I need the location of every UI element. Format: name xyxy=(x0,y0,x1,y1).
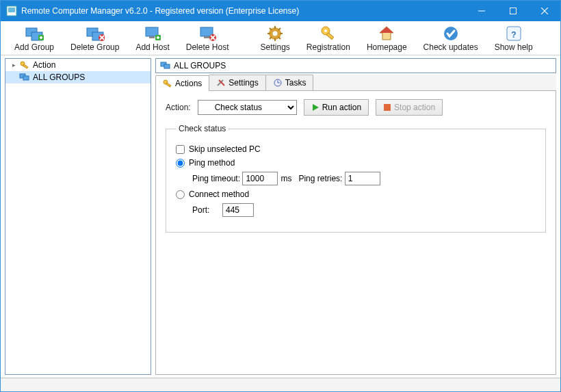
button-label: Stop action xyxy=(394,103,435,112)
toolbar-label: Check updates xyxy=(423,42,478,52)
tree-item-all-groups[interactable]: ALL GROUPS xyxy=(5,71,151,83)
svg-line-34 xyxy=(278,28,280,30)
group-icon xyxy=(19,73,30,82)
delete-host-button[interactable]: Delete Host xyxy=(178,23,237,53)
tab-tasks[interactable]: Tasks xyxy=(265,75,314,90)
tree-label: Action xyxy=(33,60,55,70)
ping-timeout-label: Ping timeout: xyxy=(192,174,240,183)
content-header-title: ALL GROUPS xyxy=(174,61,226,70)
content-header: ALL GROUPS xyxy=(155,58,556,73)
svg-marker-40 xyxy=(380,27,393,33)
delete-group-icon xyxy=(86,25,105,42)
radio-label: Connect method xyxy=(189,190,249,199)
key-icon xyxy=(163,79,172,88)
tab-label: Actions xyxy=(175,79,202,88)
svg-line-33 xyxy=(278,37,280,39)
check-status-group: Check status Skip unselected PC Ping met… xyxy=(166,124,546,233)
tab-settings[interactable]: Settings xyxy=(209,75,265,90)
port-label: Port: xyxy=(192,205,222,215)
add-host-icon xyxy=(143,25,162,42)
title-bar: Remote Computer Manager v6.2.0 - Registe… xyxy=(1,1,560,21)
navigation-tree: Action ALL GROUPS xyxy=(5,58,151,375)
home-icon xyxy=(377,25,396,42)
svg-text:?: ? xyxy=(511,30,516,40)
svg-rect-49 xyxy=(164,64,170,68)
svg-point-37 xyxy=(324,29,327,32)
skip-unselected-checkbox[interactable] xyxy=(176,145,185,154)
tab-panel-actions: Action: Check status Run action Stop act… xyxy=(155,91,556,375)
toolbar-label: Registration xyxy=(306,42,350,52)
delete-host-icon xyxy=(198,25,217,42)
group-legend: Check status xyxy=(176,124,229,133)
toolbar-label: Settings xyxy=(260,42,289,52)
svg-rect-22 xyxy=(204,36,209,38)
toolbar-label: Show help xyxy=(495,42,533,52)
toolbar-label: Homepage xyxy=(367,42,407,52)
help-icon: ? xyxy=(504,25,523,42)
svg-rect-45 xyxy=(23,64,28,68)
delete-group-button[interactable]: Delete Group xyxy=(62,23,127,53)
play-icon xyxy=(311,103,319,112)
check-updates-icon xyxy=(441,25,460,42)
group-icon xyxy=(160,62,171,70)
svg-rect-38 xyxy=(326,33,333,39)
window-title: Remote Computer Manager v6.2.0 - Registe… xyxy=(21,6,466,16)
key-icon xyxy=(19,60,30,70)
checkbox-label: Skip unselected PC xyxy=(189,144,261,154)
show-help-button[interactable]: ? Show help xyxy=(486,23,541,53)
clock-icon xyxy=(273,79,283,87)
action-label: Action: xyxy=(166,103,191,112)
stop-action-button: Stop action xyxy=(376,99,443,116)
svg-rect-17 xyxy=(149,36,155,38)
toolbar-label: Add Group xyxy=(14,42,54,52)
add-host-button[interactable]: Add Host xyxy=(127,23,177,53)
svg-point-27 xyxy=(273,31,278,36)
add-group-button[interactable]: Add Group xyxy=(6,23,62,53)
main-toolbar: Add Group Delete Group Add Host Delete H… xyxy=(1,21,560,55)
ping-retries-input[interactable] xyxy=(345,172,380,185)
tab-actions[interactable]: Actions xyxy=(155,75,209,91)
key-icon xyxy=(319,25,338,42)
svg-marker-59 xyxy=(313,104,319,111)
toolbar-label: Add Host xyxy=(135,42,169,52)
button-label: Run action xyxy=(322,103,361,112)
connect-method-radio[interactable] xyxy=(176,190,185,199)
svg-rect-47 xyxy=(23,76,29,80)
ms-label: ms xyxy=(280,174,291,183)
svg-line-32 xyxy=(270,28,272,30)
tab-label: Settings xyxy=(229,78,258,88)
run-action-button[interactable]: Run action xyxy=(304,99,369,116)
registration-button[interactable]: Registration xyxy=(298,23,358,53)
add-group-icon xyxy=(25,25,44,42)
svg-rect-60 xyxy=(384,104,391,111)
tree-label: ALL GROUPS xyxy=(33,73,85,82)
maximize-button[interactable] xyxy=(497,1,529,21)
tab-label: Tasks xyxy=(285,78,306,88)
app-icon xyxy=(6,5,17,16)
ping-retries-label: Ping retries: xyxy=(298,174,342,183)
minimize-button[interactable] xyxy=(466,1,497,21)
port-input[interactable] xyxy=(222,203,254,217)
ping-method-radio[interactable] xyxy=(176,159,185,168)
close-button[interactable] xyxy=(529,1,560,21)
ping-timeout-input[interactable] xyxy=(242,172,278,185)
toolbar-label: Delete Host xyxy=(186,42,229,52)
tab-bar: Actions Settings Tasks xyxy=(155,75,556,91)
settings-button[interactable]: Settings xyxy=(252,23,298,53)
tools-icon xyxy=(216,79,226,87)
check-updates-button[interactable]: Check updates xyxy=(415,23,486,53)
stop-icon xyxy=(383,103,391,112)
svg-rect-1 xyxy=(8,8,15,12)
action-select[interactable]: Check status xyxy=(198,100,297,115)
svg-line-35 xyxy=(270,37,272,39)
status-bar xyxy=(1,378,560,392)
toolbar-label: Delete Group xyxy=(70,42,119,52)
radio-label: Ping method xyxy=(189,158,235,168)
tree-item-action[interactable]: Action xyxy=(5,59,151,71)
svg-rect-51 xyxy=(166,83,171,87)
svg-rect-3 xyxy=(510,8,517,14)
homepage-button[interactable]: Homepage xyxy=(358,23,415,53)
gear-icon xyxy=(265,25,285,42)
